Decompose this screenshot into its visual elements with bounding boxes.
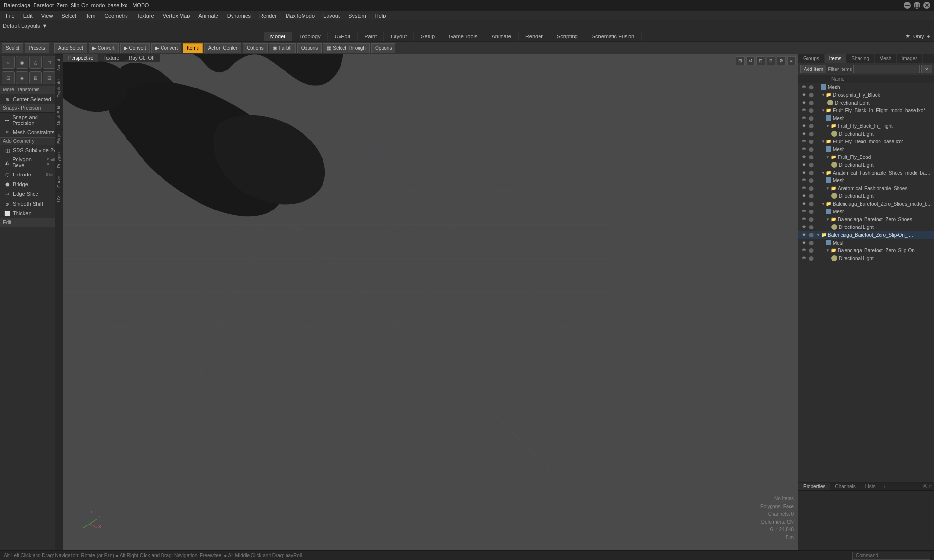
expand-icon-15[interactable]: ▼ [821,201,826,206]
render-eye-12[interactable]: ⬤ [808,177,815,184]
menu-item-render[interactable]: Render [255,12,281,19]
render-eye-2[interactable]: ⬤ [808,99,815,106]
expand-icon-3[interactable]: ▼ [821,108,826,113]
sculpt-triangle-btn[interactable]: △ [29,56,42,69]
render-eye-3[interactable]: ⬤ [808,107,815,114]
render-eye-14[interactable]: ⬤ [808,192,815,199]
eye-20[interactable]: 👁 [800,239,807,246]
render-eye-11[interactable]: ⬤ [808,169,815,176]
menu-item-item[interactable]: Item [81,12,99,19]
menu-item-system[interactable]: System [344,12,370,19]
snaps-precision-header[interactable]: Snaps - Precision [0,104,63,113]
options-button-2[interactable]: Options [297,43,322,53]
expand-icon-17[interactable]: ▼ [826,217,830,222]
render-eye-18[interactable]: ⬤ [808,224,815,230]
menu-item-view[interactable]: View [37,12,57,19]
eye-4[interactable]: 👁 [800,115,807,122]
item-row-mesh-sub-3[interactable]: 👁 ⬤ Mesh [798,176,934,184]
tab-model[interactable]: Model [264,32,292,41]
expand-icon-19[interactable]: ▼ [816,232,821,237]
expand-icon-1[interactable]: ▼ [821,92,826,97]
sculpt-circle-btn[interactable]: ○ [2,56,15,69]
item-row-dirlight-5[interactable]: 👁 ⬤ Directional Light [798,223,934,231]
tab-animate[interactable]: Animate [485,32,519,41]
render-eye-8[interactable]: ⬤ [808,146,815,153]
right-tab-images[interactable]: Images [897,54,923,63]
item-row-dir-light-1[interactable]: 👁 ⬤ Directional Light [798,99,934,106]
item-row-balenciaga-shoes-sub[interactable]: 👁 ⬤ ▼ 📁 Balenciaga_Barefoot_Zero_Shoes [798,215,934,223]
item-row-drosophila[interactable]: 👁 ⬤ ▼ 📁 Drosophila_Fly_Black [798,91,934,99]
expand-icon-11[interactable]: ▼ [821,170,826,175]
menu-item-file[interactable]: File [2,12,18,19]
eye-17[interactable]: 👁 [800,216,807,223]
menu-item-edit[interactable]: Edit [19,12,36,19]
add-item-button[interactable]: Add Item [800,65,826,73]
item-row-mesh-sub-5[interactable]: 👁 ⬤ Mesh [798,239,934,246]
render-eye-15[interactable]: ⬤ [808,200,815,207]
viewport-ctrl-3[interactable]: ⊟ [756,56,765,65]
side-tab-uv[interactable]: UV [55,192,63,206]
eye-14[interactable]: 👁 [800,192,807,199]
edit-header[interactable]: Edit ▼ [0,218,63,227]
tab-game-tools[interactable]: Game Tools [442,32,485,41]
render-eye-22[interactable]: ⬤ [808,255,815,262]
right-tab-mesh[interactable]: Mesh [875,54,897,63]
render-eye-4[interactable]: ⬤ [808,115,815,122]
eye-2[interactable]: 👁 [800,99,807,106]
sculpt-b4[interactable]: ⊟ [43,71,55,84]
mesh-constraints-item[interactable]: ⌗ Mesh Constraints [0,127,63,137]
convert-button-3[interactable]: ▶ Convert [151,43,181,53]
eye-15[interactable]: 👁 [800,200,807,207]
render-eye-21[interactable]: ⬤ [808,247,815,254]
side-tab-curve[interactable]: Curve [55,172,63,192]
side-tab-polygon[interactable]: Polygon [55,148,63,172]
sculpt-b1[interactable]: ⊡ [2,71,15,84]
viewport-ctrl-4[interactable]: ⊞ [767,56,775,65]
menu-item-geometry[interactable]: Geometry [100,12,131,19]
sculpt-b3[interactable]: ⊞ [29,71,42,84]
item-row-anatomical[interactable]: 👁 ⬤ ▼ 📁 Anatomical_Fashionable_Shoes_mod… [798,169,934,176]
item-row-anatomical-sub[interactable]: 👁 ⬤ ▼ 📁 Anatomical_Fashionable_Shoes [798,184,934,192]
select-through-button[interactable]: ▦ Select Through [323,43,370,53]
tab-schematic-fusion[interactable]: Schematic Fusion [585,32,642,41]
close-button[interactable]: ✕ [923,2,930,9]
item-row-mesh-sub-1[interactable]: 👁 ⬤ Mesh [798,114,934,122]
viewport-tab-perspective[interactable]: Perspective [63,54,98,62]
tab-uvedit[interactable]: UvEdit [328,32,358,41]
rb-tab-properties[interactable]: Properties [798,483,830,490]
eye-21[interactable]: 👁 [800,247,807,254]
rb-max-btn[interactable]: □ [929,484,932,490]
tab-topology[interactable]: Topology [292,32,328,41]
side-tab-mesh-edit[interactable]: Mesh Edit [55,102,63,129]
falloff-button[interactable]: ◉ Falloff [269,43,296,53]
menu-item-layout[interactable]: Layout [320,12,343,19]
action-center-button[interactable]: Action Center [204,43,242,53]
eye-6[interactable]: 👁 [800,130,807,137]
center-selected-item[interactable]: ⊕ Center Selected [0,94,63,104]
eye-16[interactable]: 👁 [800,208,807,215]
item-row-dirlight-6[interactable]: 👁 ⬤ Directional Light [798,254,934,262]
item-row-fruitfly-dead-sub[interactable]: 👁 ⬤ ▼ 📁 Fruit_Fly_Dead [798,153,934,161]
filter-items-input[interactable] [853,65,920,73]
eye-18[interactable]: 👁 [800,224,807,230]
maximize-button[interactable]: □ [914,2,920,9]
sculpt-b2[interactable]: ◈ [16,71,28,84]
menu-item-texture[interactable]: Texture [133,12,158,19]
smooth-shift-item[interactable]: ⌀ Smooth Shift [0,199,63,209]
sds-subdivide-item[interactable]: ◫ SDS Subdivide 2x [0,145,63,155]
side-tab-duplicate[interactable]: Duplicate [55,75,63,102]
eye-19[interactable]: 👁 [800,231,807,238]
tab-paint[interactable]: Paint [358,32,384,41]
menu-item-help[interactable]: Help [371,12,390,19]
more-transforms-header[interactable]: More Transforms ▼ [0,86,63,94]
sculpt-button[interactable]: Sculpt [2,43,23,53]
item-row-slipon-sub[interactable]: 👁 ⬤ ▼ 📁 Balenciaga_Barefoot_Zero_Slip-On [798,246,934,254]
menu-item-vertex map[interactable]: Vertex Map [159,12,194,19]
auto-select-button[interactable]: Auto Select [54,43,87,53]
polygon-bevel-item[interactable]: ◭ Polygon Bevel Shift-B [0,155,63,170]
render-eye-16[interactable]: ⬤ [808,208,815,215]
add-geometry-header[interactable]: Add Geometry ▼ [0,137,63,145]
eye-9[interactable]: 👁 [800,154,807,160]
eye-13[interactable]: 👁 [800,185,807,192]
tab-layout[interactable]: Layout [384,32,414,41]
